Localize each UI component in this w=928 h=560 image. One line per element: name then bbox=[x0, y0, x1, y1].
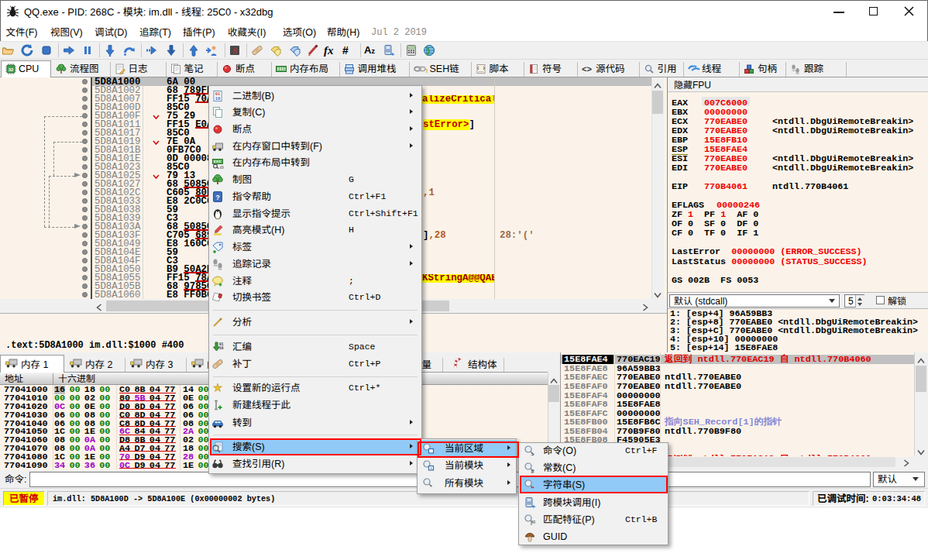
svg-text:x: x bbox=[430, 466, 432, 470]
svg-text:?: ? bbox=[215, 193, 220, 201]
svg-text:>: > bbox=[531, 451, 534, 456]
svg-text:#: # bbox=[531, 468, 534, 474]
svg-text:@: @ bbox=[220, 165, 225, 170]
svg-text:32: 32 bbox=[9, 67, 14, 71]
svg-text:?: ? bbox=[424, 67, 428, 74]
svg-text:10: 10 bbox=[215, 96, 221, 101]
svg-text:10: 10 bbox=[219, 346, 224, 350]
svg-text:S: S bbox=[232, 46, 237, 55]
svg-text:*: * bbox=[430, 483, 432, 490]
